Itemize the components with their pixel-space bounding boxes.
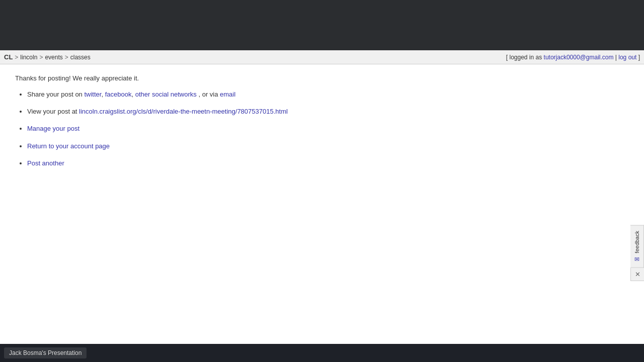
logout-link[interactable]: log out [618, 54, 636, 61]
list-item-manage: Manage your post [27, 124, 629, 133]
share-prefix: Share your post on [27, 90, 84, 98]
share-other[interactable]: other social networks [135, 90, 197, 98]
list-item-view: View your post at lincoln.craigslist.org… [27, 107, 629, 116]
view-post-link[interactable]: lincoln.craigslist.org/cls/d/riverdale-t… [79, 108, 288, 115]
post-another-link[interactable]: Post another [27, 159, 64, 167]
browser-chrome: CL > lincoln > events > classes [ logged… [0, 50, 644, 64]
share-or: , or via [198, 90, 220, 98]
breadcrumb-sep-2: > [39, 54, 43, 61]
feedback-icon: ✉ [633, 255, 640, 262]
auth-prefix: [ logged in as [506, 54, 542, 61]
taskbar-presentation-item[interactable]: Jack Bosma's Presentation [4, 347, 87, 358]
breadcrumb-classes[interactable]: classes [70, 54, 91, 61]
share-facebook[interactable]: facebook [105, 90, 132, 98]
auth-suffix: ] [638, 54, 640, 61]
site-logo[interactable]: CL [4, 53, 13, 61]
breadcrumb-sep-3: > [65, 54, 68, 61]
list-item-return: Return to your account page [27, 142, 629, 151]
taskbar: Jack Bosma's Presentation [0, 344, 644, 362]
thank-you-message: Thanks for posting! We really appreciate… [15, 74, 629, 82]
top-bar [0, 0, 644, 50]
view-prefix: View your post at [27, 108, 79, 115]
auth-area: [ logged in as tutorjack0000@gmail.com |… [506, 54, 640, 61]
list-item-share: Share your post on twitter, facebook, ot… [27, 90, 629, 99]
feedback-widget: ✉ feedback ✕ [630, 225, 644, 281]
breadcrumb: CL > lincoln > events > classes [4, 53, 91, 61]
feedback-label: feedback [634, 231, 640, 253]
breadcrumb-lincoln[interactable]: lincoln [20, 54, 37, 61]
share-email[interactable]: email [220, 90, 235, 98]
share-twitter[interactable]: twitter [84, 90, 101, 98]
post-actions-list: Share your post on twitter, facebook, ot… [15, 90, 629, 168]
feedback-tab[interactable]: ✉ feedback [630, 225, 644, 268]
list-item-post-another: Post another [27, 159, 629, 168]
breadcrumb-events[interactable]: events [45, 54, 62, 61]
return-account-link[interactable]: Return to your account page [27, 142, 110, 150]
manage-post-link[interactable]: Manage your post [27, 125, 79, 132]
auth-email[interactable]: tutorjack0000@gmail.com [544, 54, 614, 61]
main-content: Thanks for posting! We really appreciate… [0, 64, 644, 344]
feedback-close-button[interactable]: ✕ [630, 268, 644, 281]
breadcrumb-sep-1: > [15, 54, 18, 61]
